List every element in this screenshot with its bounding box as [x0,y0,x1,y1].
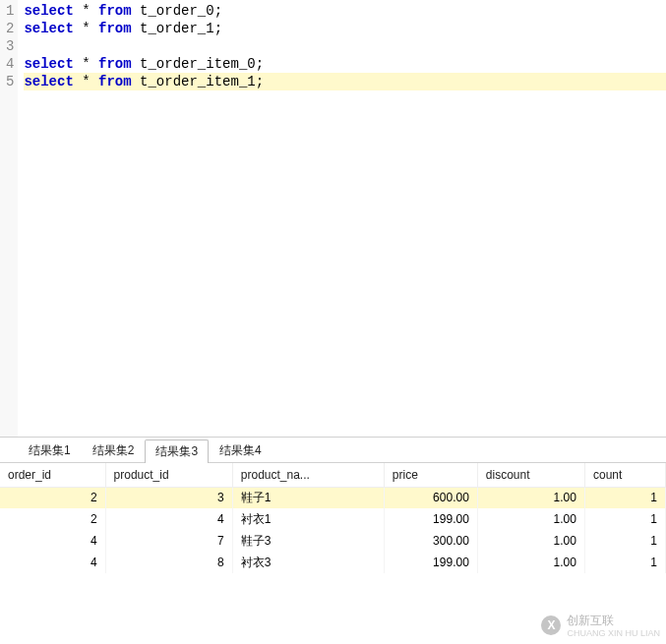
line-number-gutter: 12345 [0,0,18,437]
code-area[interactable]: select * from t_order_0;select * from t_… [18,0,666,437]
table-cell[interactable]: 鞋子1 [232,487,384,508]
table-row[interactable]: 47鞋子3300.001.001 [0,530,666,552]
sql-editor[interactable]: 12345 select * from t_order_0;select * f… [0,0,666,437]
code-line[interactable]: select * from t_order_item_1; [24,73,666,90]
table-row[interactable]: 23鞋子1600.001.001 [0,487,666,508]
line-number: 3 [6,37,14,55]
table-cell[interactable]: 1.00 [477,530,584,552]
watermark-text: 创新互联 [567,614,614,627]
result-tab-4[interactable]: 结果集4 [209,439,272,462]
table-cell[interactable]: 衬衣1 [232,508,384,530]
table-header-row: order_idproduct_idproduct_na...pricedisc… [0,463,666,487]
table-cell[interactable]: 199.00 [384,552,477,573]
table-cell[interactable]: 300.00 [384,530,477,552]
line-number: 5 [6,73,14,90]
result-tab-1[interactable]: 结果集1 [18,439,82,462]
table-cell[interactable]: 600.00 [384,487,477,508]
column-header[interactable]: discount [477,463,584,487]
column-header[interactable]: count [584,463,665,487]
column-header[interactable]: price [384,463,477,487]
table-cell[interactable]: 199.00 [384,508,477,530]
result-tab-3[interactable]: 结果集3 [145,439,209,463]
code-line[interactable]: select * from t_order_1; [24,20,666,37]
line-number: 4 [6,55,14,73]
table-cell[interactable]: 3 [105,487,232,508]
table-cell[interactable]: 1 [584,530,665,552]
table-cell[interactable]: 8 [105,552,232,573]
table-cell[interactable]: 1.00 [477,487,584,508]
table-cell[interactable]: 4 [0,530,105,552]
table-cell[interactable]: 4 [105,508,232,530]
table-cell[interactable]: 2 [0,487,105,508]
result-tab-2[interactable]: 结果集2 [82,439,146,462]
watermark-subtext: CHUANG XIN HU LIAN [567,629,660,638]
table-cell[interactable]: 1 [584,487,665,508]
line-number: 1 [6,2,14,20]
column-header[interactable]: order_id [0,463,105,487]
table-cell[interactable]: 衬衣3 [232,552,384,573]
table-cell[interactable]: 4 [0,552,105,573]
code-line[interactable]: select * from t_order_0; [24,2,666,20]
table-cell[interactable]: 鞋子3 [232,530,384,552]
code-line[interactable]: select * from t_order_item_0; [24,55,666,73]
table-cell[interactable]: 1.00 [477,552,584,573]
results-table[interactable]: order_idproduct_idproduct_na...pricedisc… [0,463,666,573]
table-cell[interactable]: 1 [584,508,665,530]
watermark-icon: X [541,615,561,635]
table-cell[interactable]: 1.00 [477,508,584,530]
table-row[interactable]: 24衬衣1199.001.001 [0,508,666,530]
table-cell[interactable]: 1 [584,552,665,573]
watermark: X 创新互联 CHUANG XIN HU LIAN [541,613,660,638]
line-number: 2 [6,20,14,37]
column-header[interactable]: product_na... [232,463,384,487]
code-line[interactable] [24,37,666,55]
table-cell[interactable]: 7 [105,530,232,552]
column-header[interactable]: product_id [105,463,232,487]
table-cell[interactable]: 2 [0,508,105,530]
result-tabs: 结果集1结果集2结果集3结果集4 [0,438,666,463]
table-row[interactable]: 48衬衣3199.001.001 [0,552,666,573]
